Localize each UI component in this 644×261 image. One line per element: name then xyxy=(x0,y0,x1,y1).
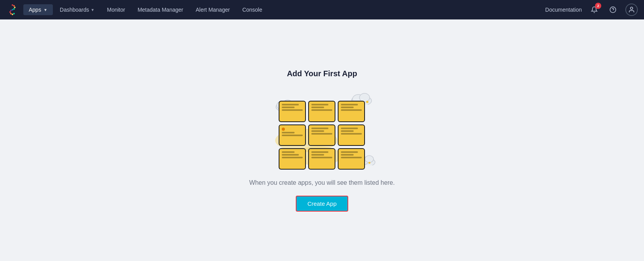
svg-point-2 xyxy=(13,5,15,7)
empty-state: Add Your First App xyxy=(249,69,394,212)
app-card-6 xyxy=(338,124,365,146)
documentation-link[interactable]: Documentation xyxy=(545,7,582,13)
svg-point-8 xyxy=(10,13,12,14)
main-content: Add Your First App xyxy=(0,19,644,261)
user-avatar[interactable] xyxy=(625,4,638,16)
svg-point-1 xyxy=(12,4,13,6)
apps-illustration xyxy=(264,86,380,172)
svg-point-9 xyxy=(12,14,13,15)
app-card-8 xyxy=(308,148,335,170)
apps-label: Apps xyxy=(29,7,41,13)
nav-dashboards[interactable]: Dashboards ▼ xyxy=(54,4,100,15)
notification-badge: 2 xyxy=(595,3,601,9)
svg-point-7 xyxy=(9,11,11,13)
help-button[interactable] xyxy=(607,4,619,16)
notifications-button[interactable]: 2 xyxy=(588,4,600,16)
svg-point-5 xyxy=(12,9,13,11)
app-grid xyxy=(279,101,365,170)
nav-metadata-manager[interactable]: Metadata Manager xyxy=(132,4,189,15)
app-card-2 xyxy=(308,101,335,122)
logo[interactable] xyxy=(6,4,19,16)
navbar: Apps ▼ Dashboards ▼ Monitor Metadata Man… xyxy=(0,0,644,19)
svg-point-3 xyxy=(14,7,16,8)
empty-state-subtitle: When you create apps, you will see them … xyxy=(249,179,394,186)
nav-alert-manager[interactable]: Alert Manager xyxy=(190,4,235,15)
create-app-button[interactable]: Create App xyxy=(296,196,348,212)
navbar-right: Documentation 2 xyxy=(545,4,638,16)
app-card-7 xyxy=(279,148,306,170)
app-card-9 xyxy=(338,148,365,170)
svg-point-10 xyxy=(13,13,15,14)
app-card-5 xyxy=(308,124,335,146)
svg-point-6 xyxy=(10,10,12,11)
svg-point-22 xyxy=(365,156,373,163)
app-card-4 xyxy=(279,124,306,146)
svg-point-4 xyxy=(13,8,15,10)
apps-chevron: ▼ xyxy=(44,8,47,12)
nav-monitor[interactable]: Monitor xyxy=(101,4,131,15)
app-card-1 xyxy=(279,101,306,122)
apps-button[interactable]: Apps ▼ xyxy=(23,4,53,15)
nav-console[interactable]: Console xyxy=(237,4,267,15)
dashboards-chevron: ▼ xyxy=(91,8,94,12)
empty-state-title: Add Your First App xyxy=(287,69,357,78)
svg-point-13 xyxy=(630,7,633,9)
app-card-3 xyxy=(338,101,365,122)
